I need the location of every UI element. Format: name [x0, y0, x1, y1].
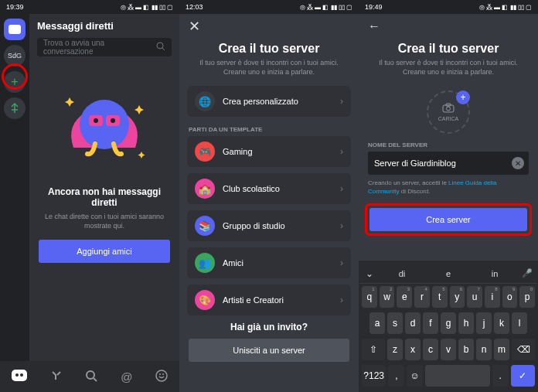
key-r[interactable]: r4: [414, 286, 430, 308]
key-enter[interactable]: ✓: [511, 365, 535, 387]
key-shift[interactable]: ⇧: [362, 339, 385, 360]
key-k[interactable]: k: [494, 312, 509, 334]
key-period[interactable]: .: [492, 365, 509, 387]
key-t[interactable]: t5: [432, 286, 448, 308]
terms-text: Creando un server, accetti le Linee Guid…: [359, 175, 538, 200]
server-name-input[interactable]: [368, 152, 529, 175]
key-w[interactable]: w2: [380, 286, 395, 308]
explore-button[interactable]: [4, 97, 26, 119]
key-o[interactable]: o9: [502, 286, 518, 308]
close-icon[interactable]: ✕: [189, 18, 200, 35]
key-l[interactable]: l: [512, 312, 527, 334]
nav-search-icon[interactable]: [85, 370, 97, 384]
server-sdg[interactable]: SdG: [4, 45, 26, 66]
screen-create-server-form: 19:49 ◎ ⁂ ▬ ◧ ▮▮ ▯▯ ▢ ← Crea il tuo serv…: [359, 0, 538, 392]
svg-point-15: [162, 373, 164, 375]
status-bar: 19:39 ◎ ⁂ ▬ ◧ ▮▮ ▯▯ ▢: [0, 0, 179, 14]
dm-title: Messaggi diretti: [29, 14, 179, 38]
key-p[interactable]: p0: [519, 286, 535, 308]
key-z[interactable]: z: [387, 339, 403, 360]
key-n[interactable]: n: [476, 339, 492, 360]
custom-icon: 🌐: [195, 91, 215, 111]
chevron-down-icon[interactable]: ⌄: [360, 268, 379, 279]
template-friends[interactable]: 👥 Amici ›: [187, 247, 351, 278]
svg-point-10: [20, 373, 23, 377]
server-rail: SdG +: [0, 14, 29, 361]
chevron-right-icon: ›: [340, 183, 343, 194]
template-label: Gruppo di studio: [223, 221, 340, 230]
key-m[interactable]: m: [494, 339, 509, 360]
key-comma[interactable]: ,: [388, 365, 404, 387]
svg-point-17: [447, 107, 451, 111]
svg-point-13: [156, 370, 167, 381]
status-bar: 19:49 ◎ ⁂ ▬ ◧ ▮▮ ▯▯ ▢: [359, 0, 538, 14]
key-emoji[interactable]: ☺: [407, 365, 423, 387]
template-custom[interactable]: 🌐 Crea personalizzato ›: [187, 86, 351, 117]
svg-rect-8: [12, 370, 27, 381]
svg-line-12: [94, 378, 97, 381]
template-label: Club scolastico: [223, 184, 340, 193]
page-title: Crea il tuo server: [179, 42, 359, 56]
template-label: Artisti e Creatori: [223, 295, 340, 305]
template-gaming[interactable]: 🎮 Gaming ›: [187, 136, 351, 167]
plus-icon: +: [456, 90, 470, 104]
template-artists[interactable]: 🎨 Artisti e Creatori ›: [187, 285, 351, 315]
key-space[interactable]: [425, 365, 490, 387]
svg-point-7: [111, 118, 115, 123]
key-b[interactable]: b: [458, 339, 474, 360]
key-j[interactable]: j: [476, 312, 492, 334]
page-subtitle: Il tuo server è dove ti incontri con i t…: [359, 56, 538, 86]
key-y[interactable]: y6: [450, 286, 465, 308]
key-c[interactable]: c: [423, 339, 438, 360]
key-u[interactable]: u7: [467, 286, 482, 308]
nav-mentions-icon[interactable]: @: [121, 370, 132, 383]
key-i[interactable]: i8: [485, 286, 500, 308]
key-f[interactable]: f: [423, 312, 438, 334]
page-subtitle: Il tuo server è dove ti incontri con i t…: [179, 56, 359, 86]
key-v[interactable]: v: [441, 339, 456, 360]
nav-home-icon[interactable]: [12, 370, 27, 383]
status-icons: ◎ ⁂ ▬ ◧ ▮▮ ▯▯ ▢: [121, 4, 173, 11]
back-icon[interactable]: ←: [368, 19, 380, 33]
page-title: Crea il tuo server: [359, 42, 538, 56]
suggestion[interactable]: in: [472, 269, 518, 278]
chevron-right-icon: ›: [340, 295, 343, 305]
nav-friends-icon[interactable]: [50, 370, 63, 384]
chevron-right-icon: ›: [340, 146, 343, 157]
key-s[interactable]: s: [387, 312, 403, 334]
key-x[interactable]: x: [405, 339, 421, 360]
key-g[interactable]: g: [441, 312, 456, 334]
chevron-right-icon: ›: [340, 257, 343, 268]
template-label: Amici: [223, 258, 340, 268]
template-study-group[interactable]: 📚 Gruppo di studio ›: [187, 210, 351, 241]
create-server-button[interactable]: Crea server: [369, 208, 527, 231]
status-icons: ◎ ⁂ ▬ ◧ ▮▮ ▯▯ ▢: [479, 4, 532, 11]
svg-point-3: [80, 100, 129, 149]
template-label: Gaming: [223, 147, 340, 156]
key-backspace[interactable]: ⌫: [512, 339, 535, 360]
template-school-club[interactable]: 🏫 Club scolastico ›: [187, 173, 351, 204]
key-d[interactable]: d: [405, 312, 421, 334]
empty-state-title: Ancora non hai messaggi diretti: [29, 186, 179, 208]
key-h[interactable]: h: [458, 312, 474, 334]
add-friends-button[interactable]: Aggiungi amici: [39, 240, 170, 263]
svg-line-2: [162, 48, 165, 50]
server-name-label: Nome del server: [359, 135, 538, 152]
key-e[interactable]: e3: [397, 286, 412, 308]
key-symbols[interactable]: ?123: [362, 365, 386, 387]
chevron-right-icon: ›: [340, 96, 343, 107]
empty-illustration: [29, 63, 179, 186]
mic-icon[interactable]: 🎤: [518, 268, 536, 278]
suggestion[interactable]: e: [425, 269, 472, 278]
join-server-button[interactable]: Unisciti a un server: [189, 339, 349, 362]
upload-avatar-button[interactable]: + CARICA: [427, 90, 470, 134]
key-q[interactable]: q1: [362, 286, 377, 308]
key-a[interactable]: a: [369, 312, 385, 334]
suggestion[interactable]: di: [379, 269, 425, 278]
add-server-button[interactable]: +: [4, 71, 26, 93]
svg-point-11: [87, 371, 94, 379]
nav-profile-icon[interactable]: [155, 370, 168, 384]
chevron-right-icon: ›: [340, 220, 343, 231]
dm-home-button[interactable]: [4, 19, 26, 40]
search-input[interactable]: Trova o avvia una conversazione: [37, 38, 172, 56]
